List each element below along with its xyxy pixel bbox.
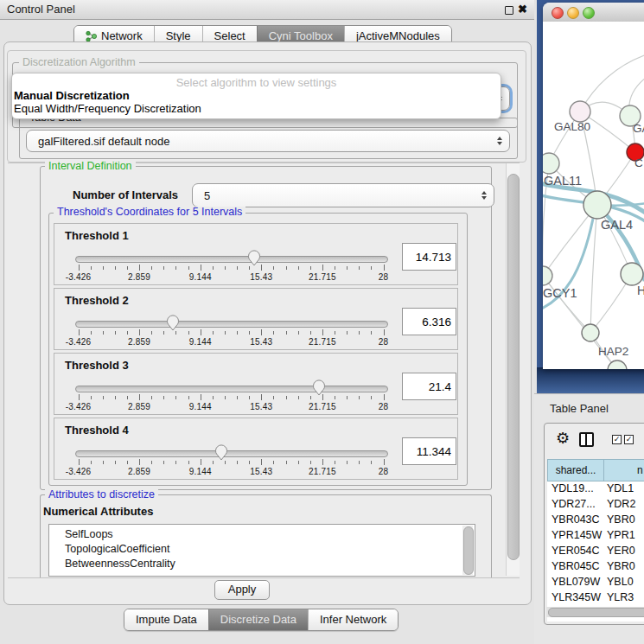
column-header-shared-name[interactable]: shared... (547, 459, 604, 481)
cell-name[interactable]: YLR3 (607, 591, 634, 603)
thresholds-group-title: Threshold's Coordinates for 5 Intervals (54, 207, 245, 218)
tab-infer-network[interactable]: Infer Network (308, 609, 398, 630)
attribute-list-item[interactable]: BetweennessCentrality (65, 558, 175, 570)
table-row[interactable]: YLR345WYLR3 (547, 590, 644, 606)
cell-name[interactable]: YDL1 (607, 482, 634, 494)
table-row[interactable]: YDL19...YDL1 (547, 481, 644, 497)
threshold-slider-track[interactable] (75, 386, 388, 392)
cell-shared-name[interactable]: YBL079W (552, 576, 600, 588)
zoom-traffic-light-icon[interactable] (583, 7, 595, 19)
cell-shared-name[interactable]: YBR045C (552, 560, 600, 572)
slider-tick-label: -3.426 (54, 402, 103, 411)
slider-tick (286, 266, 287, 270)
cell-name[interactable]: YBR0 (607, 513, 635, 526)
network-node[interactable] (543, 153, 559, 174)
table-row[interactable]: YER054CYER0 (547, 544, 644, 559)
cell-name[interactable]: YBR0 (607, 560, 635, 572)
slider-tick-label: 28 (360, 402, 408, 411)
threshold-value-field[interactable] (402, 243, 456, 271)
threshold-slider-track[interactable] (75, 321, 388, 328)
threshold-value-field[interactable] (402, 437, 456, 465)
minimize-traffic-light-icon[interactable] (567, 7, 579, 19)
network-view-window: GAL80GACGAL11GAL4GCY1HHAP2 (543, 3, 644, 369)
slider-tick-label: 2.859 (115, 402, 163, 411)
column-header-name[interactable]: n (603, 459, 644, 481)
close-traffic-light-icon[interactable] (552, 7, 564, 19)
table-row[interactable]: YBR045CYBR0 (547, 559, 644, 575)
horizontal-scrollbar[interactable] (546, 607, 644, 617)
table-data-combo[interactable]: galFiltered.sif default node (26, 130, 510, 152)
algorithm-option-equal-width[interactable]: Equal Width/Frequency Discretization (14, 102, 201, 115)
node-table: shared... n YDL19...YDL1YDR27...YDR2YBR0… (547, 459, 644, 606)
table-row[interactable]: YPR145WYPR1 (547, 528, 644, 544)
network-edge (580, 54, 644, 112)
tab-impute-data[interactable]: Impute Data (124, 609, 208, 630)
table-data-combo-value: galFiltered.sif default node (38, 135, 169, 148)
cell-shared-name[interactable]: YER054C (552, 545, 600, 557)
float-icon[interactable] (505, 6, 513, 15)
attributes-list-scrollbar[interactable] (462, 526, 473, 575)
table-row[interactable]: YDR27...YDR2 (547, 497, 644, 513)
control-panel-titlebar: Control Panel ✖ (0, 0, 534, 20)
cell-shared-name[interactable]: YDL19... (552, 482, 594, 494)
cell-shared-name[interactable]: YBR043C (552, 513, 600, 526)
columns-icon[interactable] (579, 432, 594, 447)
slider-tick (237, 331, 238, 335)
algorithm-group-title: Discretization Algorithm (19, 57, 139, 68)
slider-tick (359, 461, 360, 464)
slider-tick (139, 459, 140, 465)
apply-button[interactable]: Apply (214, 580, 270, 600)
cell-shared-name[interactable]: YDR27... (552, 498, 596, 510)
table-row[interactable]: YBR043CYBR0 (547, 513, 644, 528)
slider-tick-label: 9.144 (176, 402, 225, 411)
slider-tick (213, 266, 214, 270)
network-canvas[interactable]: GAL80GACGAL11GAL4GCY1HHAP2 (543, 22, 644, 369)
gear-icon[interactable]: ⚙ (556, 430, 570, 446)
cell-name[interactable]: YER0 (607, 545, 635, 557)
network-window-titlebar[interactable] (543, 3, 644, 22)
threshold-slider-track[interactable] (75, 450, 388, 457)
number-of-intervals-combo[interactable]: 5 (192, 183, 494, 207)
close-icon[interactable]: ✖ (518, 3, 527, 16)
slider-tick (335, 331, 335, 335)
scrollbar-thumb[interactable] (463, 526, 474, 575)
slider-tick (213, 461, 214, 464)
cell-shared-name[interactable]: YLR345W (552, 591, 601, 603)
threshold-slider-thumb[interactable] (312, 379, 326, 396)
network-node[interactable] (583, 191, 611, 219)
network-node[interactable] (582, 324, 599, 341)
slider-tick (322, 329, 323, 335)
threshold-slider-thumb[interactable] (166, 314, 180, 331)
checkbox-icon[interactable]: ✓ (624, 435, 634, 444)
algorithm-option-manual[interactable]: Manual Discretization (14, 89, 130, 102)
cell-name[interactable]: YPR1 (607, 529, 635, 541)
slider-tick (286, 331, 287, 335)
cell-name[interactable]: YBL0 (607, 576, 634, 588)
slider-tick (103, 396, 104, 399)
network-node[interactable] (543, 266, 552, 285)
network-node[interactable] (621, 263, 643, 285)
network-node[interactable] (570, 101, 590, 122)
vertical-scrollbar[interactable] (506, 163, 520, 576)
threshold-value-field[interactable] (402, 308, 456, 335)
numerical-attributes-list[interactable]: SelfLoopsTopologicalCoefficientBetweenne… (48, 524, 475, 577)
checkbox-icon[interactable]: ✓ (612, 435, 622, 444)
cell-shared-name[interactable]: YPR145W (552, 529, 602, 541)
scrollbar-thumb[interactable] (507, 174, 520, 560)
threshold-slider-thumb[interactable] (214, 443, 228, 461)
scrollbar-thumb[interactable] (548, 608, 644, 617)
cell-name[interactable]: YDR2 (607, 498, 635, 510)
slider-tick (103, 266, 104, 270)
threshold-value-field[interactable] (402, 373, 456, 400)
attribute-list-item[interactable]: TopologicalCoefficient (65, 543, 169, 555)
slider-tick (322, 265, 323, 271)
tab-discretize-data[interactable]: Discretize Data (208, 609, 308, 630)
threshold-slider-track[interactable] (75, 256, 388, 263)
slider-tick-label: 2.859 (115, 337, 163, 347)
slider-tick (163, 396, 164, 399)
threshold-slider-thumb[interactable] (247, 249, 261, 266)
table-row[interactable]: YBL079WYBL0 (547, 575, 644, 590)
attribute-list-item[interactable]: SelfLoops (65, 528, 113, 540)
slider-tick-label: 21.715 (298, 337, 347, 347)
slider-tick (115, 396, 116, 399)
